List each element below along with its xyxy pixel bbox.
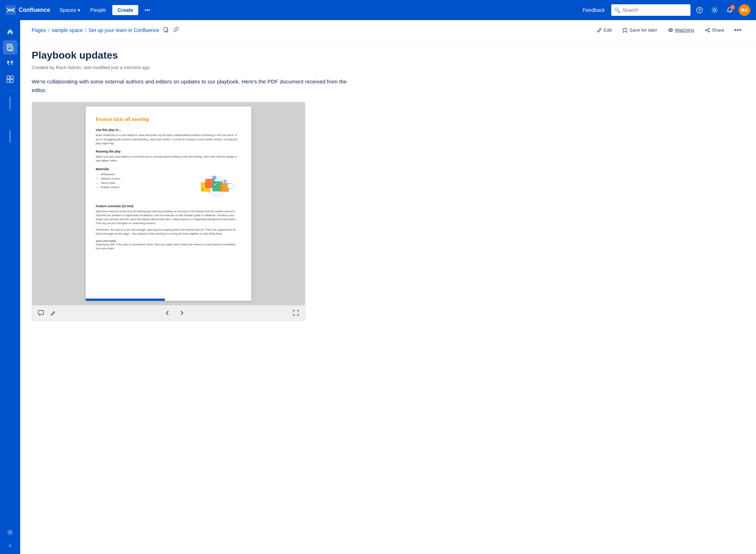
pdf-section4-heading: Feature overview (10 min) xyxy=(96,204,241,208)
pdf-title: Feature kick-off meeting xyxy=(96,117,241,122)
pdf-toolbar-right xyxy=(291,308,301,318)
more-actions-button[interactable]: ••• xyxy=(731,24,744,36)
svg-rect-5 xyxy=(7,76,10,79)
svg-point-24 xyxy=(202,188,203,190)
watching-button[interactable]: Watching xyxy=(664,25,698,35)
breadcrumb-current[interactable]: Set up your team in Confluence xyxy=(89,27,159,33)
notification-badge: 2 xyxy=(730,5,735,10)
pdf-edit-button[interactable] xyxy=(49,308,58,318)
svg-point-26 xyxy=(208,191,210,193)
page-actions: Edit Save for later Watching xyxy=(593,24,744,36)
sticky-notes-illustration xyxy=(194,172,238,199)
sidebar-resize-handle-top[interactable] xyxy=(9,97,11,110)
spaces-nav-button[interactable]: Spaces ▾ xyxy=(56,5,84,15)
svg-point-27 xyxy=(227,183,234,189)
breadcrumb-bar: Pages / sample space / Set up your team … xyxy=(20,20,756,40)
svg-rect-4 xyxy=(7,44,12,50)
svg-point-13 xyxy=(708,28,710,29)
svg-point-14 xyxy=(708,31,710,32)
svg-rect-7 xyxy=(7,80,10,82)
pdf-next-button[interactable] xyxy=(177,309,186,317)
svg-point-21 xyxy=(212,176,216,180)
sidebar-item-home[interactable] xyxy=(3,24,17,39)
breadcrumb-pages[interactable]: Pages xyxy=(32,27,46,33)
nav-more-button[interactable]: ••• xyxy=(141,5,154,15)
svg-rect-6 xyxy=(10,76,13,79)
svg-rect-0 xyxy=(6,5,16,15)
pdf-materials-section: Whiteboard Markers or pens Sticky notes … xyxy=(96,172,241,200)
svg-point-22 xyxy=(223,180,227,183)
pdf-section4-body1: Welcome everyone to the kick-off meeting… xyxy=(96,209,241,226)
pdf-document: Feature kick-off meeting Use this play t… xyxy=(32,102,305,305)
sidebar-item-quotes[interactable] xyxy=(3,56,17,71)
page-body-text: We're collaborating with some external a… xyxy=(32,77,348,95)
pdf-viewer: Feature kick-off meeting Use this play t… xyxy=(32,102,305,321)
pdf-section2-body: Make sure your new feature is more than … xyxy=(96,155,241,163)
feedback-button[interactable]: Feedback xyxy=(579,5,608,15)
pdf-toolbar xyxy=(32,305,305,321)
edit-button[interactable]: Edit xyxy=(593,25,616,35)
material-item-4: Rubber chicken xyxy=(101,185,191,190)
share-button[interactable]: Share xyxy=(701,25,728,35)
pdf-section1-heading: Use this play to... xyxy=(96,128,241,132)
pdf-prev-button[interactable] xyxy=(163,309,172,317)
app-name: Confluence xyxy=(19,7,50,13)
material-item-2: Markers or pens xyxy=(101,177,191,181)
top-navigation: Confluence Spaces ▾ People Create ••• Fe… xyxy=(0,0,756,20)
page-content: Playbook updates Created by Rach Admin, … xyxy=(20,40,373,335)
search-container: 🔍 xyxy=(611,4,690,16)
pdf-section4-body2: Remember: the idea is to do "just enough… xyxy=(96,228,241,236)
help-button[interactable]: ? xyxy=(693,4,706,16)
pdf-toolbar-center xyxy=(163,309,186,317)
people-nav-button[interactable]: People xyxy=(87,5,110,15)
svg-point-3 xyxy=(714,9,716,11)
pdf-progress-bar xyxy=(86,299,165,301)
svg-point-12 xyxy=(670,29,672,31)
pdf-anti-pattern-body: Sharing too late. If the spec is conside… xyxy=(96,242,241,251)
page-meta: Created by Rach Admin, last modified jus… xyxy=(32,65,361,70)
pdf-comment-button[interactable] xyxy=(36,308,46,318)
confluence-logo[interactable]: Confluence xyxy=(6,5,50,15)
sidebar-item-templates[interactable] xyxy=(3,72,17,86)
left-sidebar: » xyxy=(0,20,20,335)
breadcrumb-space[interactable]: sample space xyxy=(52,27,83,33)
svg-point-25 xyxy=(224,190,226,192)
svg-point-15 xyxy=(706,29,707,31)
breadcrumb-sep-1: / xyxy=(48,27,50,33)
breadcrumb-sep-2: / xyxy=(85,27,86,33)
page-icon-copy[interactable] xyxy=(162,26,170,35)
search-icon: 🔍 xyxy=(614,7,620,13)
notifications-button[interactable]: 2 xyxy=(724,4,736,16)
pdf-section2-heading: Running the play xyxy=(96,150,241,153)
settings-button[interactable] xyxy=(708,4,721,16)
pdf-toolbar-left xyxy=(36,308,58,318)
breadcrumb-icons xyxy=(162,26,180,35)
page-title: Playbook updates xyxy=(32,49,361,62)
svg-rect-8 xyxy=(10,80,13,82)
material-item-3: Sticky notes xyxy=(101,181,191,185)
svg-point-23 xyxy=(213,181,218,186)
content-area: Pages / sample space / Set up your team … xyxy=(20,20,756,335)
pdf-anti-pattern-heading: ANTI-PATTERN xyxy=(96,240,241,242)
create-button[interactable]: Create xyxy=(112,5,138,15)
pdf-fullscreen-button[interactable] xyxy=(291,308,301,318)
search-input[interactable] xyxy=(622,7,680,13)
user-avatar[interactable]: RA xyxy=(739,4,750,16)
svg-rect-11 xyxy=(164,27,167,31)
pdf-materials-list: Whiteboard Markers or pens Sticky notes … xyxy=(96,172,191,192)
pdf-illustration-container xyxy=(194,172,241,200)
pdf-page: Feature kick-off meeting Use this play t… xyxy=(86,106,251,301)
page-icon-link[interactable] xyxy=(172,26,180,35)
pdf-section1-body: Build confidence in a new feature's valu… xyxy=(96,133,241,145)
sidebar-item-pages[interactable] xyxy=(3,40,17,55)
save-for-later-button[interactable]: Save for later xyxy=(618,25,661,35)
sidebar-divider-1 xyxy=(4,91,16,91)
svg-text:?: ? xyxy=(698,8,701,13)
sidebar-resize-handle-bottom[interactable] xyxy=(9,130,11,143)
pdf-section3-heading: Materials xyxy=(96,167,241,171)
material-item-1: Whiteboard xyxy=(101,172,191,177)
